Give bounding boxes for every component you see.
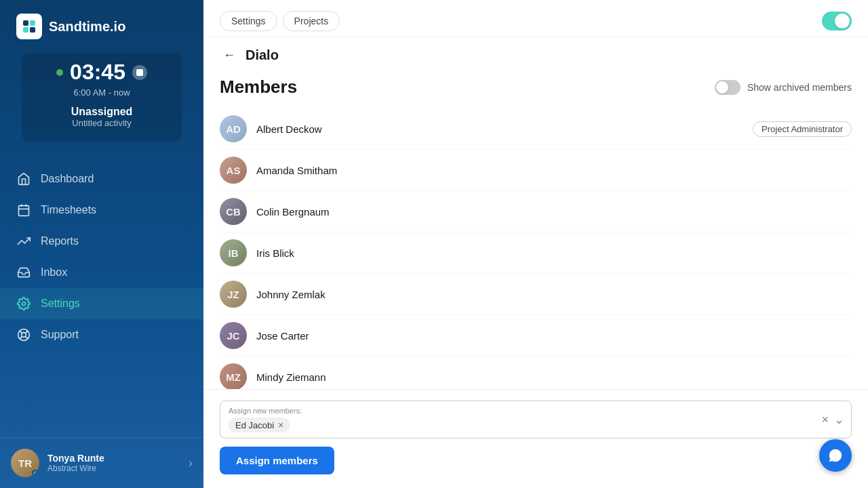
user-name: Tonya Runte (47, 453, 180, 464)
svg-point-8 (22, 302, 26, 306)
back-button[interactable]: ← (220, 45, 239, 64)
timer-time-range: 6:00 AM - now (35, 87, 168, 98)
sidebar-nav: Dashboard Timesheets Reports (0, 152, 203, 437)
svg-line-13 (25, 331, 28, 333)
archived-toggle-label: Show archived members (747, 82, 852, 93)
member-row: MZMindy Ziemann (220, 357, 852, 389)
project-breadcrumb: ← Dialo (203, 37, 868, 68)
member-name: Colin Bergnaum (256, 206, 852, 218)
member-avatar: AD (220, 115, 247, 142)
member-avatar: CB (220, 198, 247, 225)
member-avatar: AS (220, 157, 247, 184)
member-row: IBIris Blick (220, 232, 852, 274)
svg-rect-3 (30, 27, 35, 33)
archived-toggle-switch[interactable] (715, 80, 741, 95)
member-row: CBColin Bergnaum (220, 191, 852, 232)
toggle-thumb (835, 14, 850, 28)
reports-label: Reports (41, 235, 79, 247)
user-avatar: TR (11, 449, 39, 477)
dashboard-label: Dashboard (41, 173, 94, 185)
role-badge: Project Administrator (753, 121, 852, 137)
sidebar: Sandtime.io 03:45 6:00 AM - now Unassign… (0, 0, 203, 488)
inbox-label: Inbox (41, 266, 67, 279)
assign-input-label: Assign new members: (229, 407, 843, 415)
members-header: Members Show archived members (220, 77, 852, 98)
member-name: Johnny Zemlak (256, 289, 852, 300)
svg-line-12 (25, 336, 28, 339)
timer-active-dot (56, 69, 63, 76)
sidebar-item-dashboard[interactable]: Dashboard (0, 163, 203, 195)
support-label: Support (41, 329, 79, 341)
svg-rect-4 (19, 205, 29, 216)
member-avatar: IB (220, 239, 247, 266)
timer-display: 03:45 (70, 60, 125, 85)
inbox-icon (16, 265, 31, 280)
settings-label: Settings (41, 298, 80, 310)
header-tabs: Settings Projects (220, 11, 340, 31)
logo-area: Sandtime.io (0, 0, 203, 53)
assign-input-container[interactable]: Assign new members: Ed Jacobi × × ⌄ (220, 401, 852, 439)
sidebar-item-timesheets[interactable]: Timesheets (0, 195, 203, 226)
member-avatar: JZ (220, 281, 247, 308)
assign-section: Assign new members: Ed Jacobi × × ⌄ Assi… (203, 389, 868, 488)
selected-member-name: Ed Jacobi (235, 420, 274, 430)
svg-rect-2 (23, 27, 28, 33)
timer-activity: Untitled activity (35, 118, 168, 128)
chevron-right-icon: › (189, 456, 193, 470)
members-title: Members (220, 77, 297, 98)
user-info: Tonya Runte Abstract Wire (47, 453, 180, 473)
member-name: Iris Blick (256, 247, 852, 259)
archived-toggle-area: Show archived members (715, 80, 852, 95)
svg-rect-1 (30, 20, 35, 26)
support-icon (16, 327, 31, 342)
user-company: Abstract Wire (47, 464, 180, 473)
house-icon (16, 171, 31, 186)
member-name: Jose Carter (256, 330, 852, 342)
tab-settings[interactable]: Settings (220, 11, 277, 31)
archived-toggle-thumb (716, 81, 728, 94)
calendar-icon (16, 203, 31, 218)
member-name: Amanda Smitham (256, 165, 852, 176)
member-row: JZJohnny Zemlak (220, 274, 852, 315)
gear-icon (16, 296, 31, 311)
svg-point-10 (22, 333, 26, 338)
svg-rect-0 (23, 20, 28, 26)
assign-members-button[interactable]: Assign members (220, 447, 334, 474)
members-list: ADAlbert DeckowProject AdministratorASAm… (220, 108, 852, 389)
user-profile[interactable]: TR Tonya Runte Abstract Wire › (0, 437, 203, 488)
online-indicator (32, 470, 38, 476)
member-name: Albert Deckow (256, 123, 743, 135)
assign-input-row: Ed Jacobi × (229, 418, 843, 432)
members-section: Members Show archived members ADAlbert D… (203, 68, 868, 389)
svg-line-14 (20, 336, 22, 339)
member-avatar: JC (220, 322, 247, 349)
chip-remove-button[interactable]: × (278, 420, 283, 430)
chevron-down-icon[interactable]: ⌄ (834, 412, 844, 427)
sidebar-item-settings[interactable]: Settings (0, 288, 203, 319)
main-content: Settings Projects ← Dialo Members Show a… (203, 0, 868, 488)
member-name: Mindy Ziemann (256, 371, 852, 383)
app-name: Sandtime.io (49, 19, 125, 35)
member-row: ADAlbert DeckowProject Administrator (220, 108, 852, 150)
member-avatar: MZ (220, 363, 247, 389)
chat-fab-button[interactable] (819, 439, 852, 472)
selected-member-chip: Ed Jacobi × (229, 418, 290, 432)
project-name: Dialo (245, 47, 279, 63)
page-header: Settings Projects (203, 0, 868, 37)
member-row: ASAmanda Smitham (220, 150, 852, 191)
svg-line-11 (20, 331, 22, 333)
tab-projects[interactable]: Projects (283, 11, 340, 31)
header-toggle[interactable] (822, 12, 852, 30)
sidebar-item-support[interactable]: Support (0, 319, 203, 350)
timer-stop-button[interactable] (132, 65, 147, 80)
timer-widget: 03:45 6:00 AM - now Unassigned Untitled … (22, 53, 182, 142)
sidebar-item-inbox[interactable]: Inbox (0, 257, 203, 288)
input-actions: × ⌄ (821, 412, 844, 427)
clear-icon[interactable]: × (821, 413, 829, 427)
sidebar-item-reports[interactable]: Reports (0, 226, 203, 257)
logo-icon (16, 14, 42, 39)
chart-icon (16, 234, 31, 249)
timesheets-label: Timesheets (41, 204, 96, 216)
member-row: JCJose Carter (220, 315, 852, 357)
timer-assigned: Unassigned (35, 106, 168, 118)
